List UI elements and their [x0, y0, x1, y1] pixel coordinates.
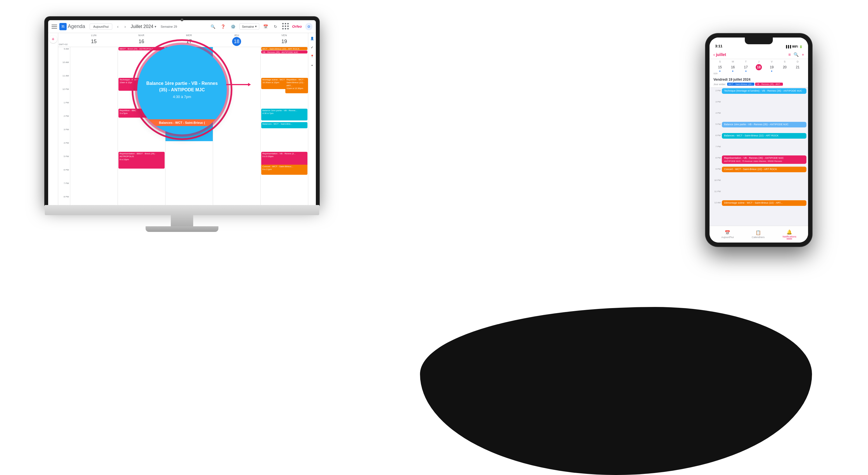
ios-wday-15[interactable]: 15 — [713, 64, 726, 72]
ios-row-11pm: 11 PM — [710, 188, 808, 200]
ios-event-representation-vb[interactable]: Représentation - VB - Rennes (35) - ANTI… — [722, 155, 806, 164]
search-icon[interactable]: 🔍 — [209, 23, 217, 31]
tab-today-label: Aujourd'hui — [721, 236, 734, 239]
ios-events-5pm: Balance 1ère partie - VB - Rennes (35) -… — [722, 121, 808, 128]
add-right-icon[interactable]: + — [309, 62, 315, 68]
tab-active-underline — [786, 239, 792, 239]
location-icon[interactable]: 📍 — [309, 53, 315, 59]
ios-wday-21[interactable]: 21 — [791, 64, 804, 72]
iphone-device: 3:11 ▐▐▐ WiFi 🔋 ‹ juillet — [706, 34, 812, 246]
ios-events-6pm: Balances - WCT - Saint-Brieuc (22) - ART… — [722, 132, 808, 139]
orfeo-label: Orfeo — [292, 24, 302, 29]
prev-button[interactable]: ‹ — [115, 23, 121, 30]
today-button[interactable]: Aujourd'hui — [90, 24, 112, 30]
ios-row-3pm: 3 PM — [710, 99, 808, 110]
week-label: Semaine 29 — [161, 25, 177, 28]
user-avatar[interactable]: O — [305, 23, 312, 30]
ios-list-icon[interactable]: ≡ — [788, 52, 791, 57]
event-vb-allday[interactable]: VB - Rennes (35) - ANTIPODE MJC (Confirm… — [261, 51, 307, 54]
next-button[interactable]: › — [122, 23, 128, 30]
event-representation-vb[interactable]: Représentation - VB - Renne (3...9 à 9:3… — [261, 152, 307, 166]
app-grid-icon[interactable] — [282, 22, 290, 31]
ios-mini-event-vb[interactable]: VB - Rennes (35) - ANT... — [755, 83, 783, 86]
ios-events-12am: Démontage scène - WCT - Saint-Brieuc (22… — [722, 200, 808, 206]
balloon-arrow — [226, 84, 249, 85]
ios-wday-16[interactable]: 16 — [726, 64, 739, 72]
event-balloon[interactable]: Balance 1ère partie - VB - Rennes (35) -… — [137, 45, 227, 135]
help-icon[interactable]: ❓ — [219, 23, 227, 31]
tab-notifications[interactable]: 🔔 Notifications — [783, 229, 796, 239]
ios-mini-event-wct[interactable]: WCT - Saint-Brieuc (22... — [727, 83, 754, 86]
ios-event-balance-vb[interactable]: Balance 1ère partie - VB - Rennes (35) -… — [722, 122, 806, 127]
ios-label-2pm: 2 PM — [710, 88, 722, 92]
time-8am: 9 AM — [58, 47, 70, 60]
refresh-icon[interactable]: ↻ — [272, 23, 279, 31]
ios-row-10pm: 10 PM — [710, 177, 808, 188]
ios-wday-17[interactable]: 17 — [740, 64, 752, 72]
event-wct-allday[interactable]: WCT - Saint-Brieuc (22) : ART ROCK (Opti… — [261, 47, 307, 50]
ios-wday-20[interactable]: 20 — [778, 64, 791, 72]
time-6pm: 7 PM — [58, 181, 70, 195]
imac-chin — [45, 205, 319, 215]
tab-notif-icon: 🔔 — [786, 229, 792, 235]
gcal-header: 31 Agenda Aujourd'hui ‹ › Juillet 2024 — [48, 20, 316, 33]
balloon-time: 4:30 à 7pm — [173, 95, 191, 99]
ios-label-7pm: 7 PM — [710, 144, 722, 148]
gcal-right-panel: 👤 ✓ 📍 + — [308, 33, 316, 205]
ios-schedule: 2 PM Technique (Montage et lumière) - VB… — [710, 88, 808, 226]
time-9am: 10 AM — [58, 60, 70, 74]
ios-events-8pm: Représentation - VB - Rennes (35) - ANTI… — [722, 155, 808, 165]
day-col-18[interactable]: JEU 18 — [213, 33, 260, 47]
wdh-m: M — [726, 60, 739, 63]
view-select[interactable]: Semaine ▾ — [239, 23, 259, 30]
col-fri: WCT - Saint-Brieuc (22) : ART ROCK (Opti… — [260, 47, 308, 205]
ios-label-4pm: 4 PM — [710, 110, 722, 114]
time-7pm: 8 PM — [58, 195, 70, 205]
ios-event-concert-wct[interactable]: Concert - WCT - Saint-Brieuc (22) - ART … — [722, 167, 806, 172]
ios-row-6pm: 6 PM Balances - WCT - Saint-Brieuc (22) … — [710, 132, 808, 144]
ios-status-icons: ▐▐▐ WiFi 🔋 — [785, 45, 803, 48]
ios-wday-18[interactable]: 18 — [752, 64, 765, 72]
month-label: Juillet 2024 ▾ — [131, 24, 156, 29]
ios-wday-19[interactable]: 19 — [765, 64, 778, 72]
imac-screen: 31 Agenda Aujourd'hui ‹ › Juillet 2024 — [48, 20, 316, 205]
time-2pm: 3 PM — [58, 128, 70, 141]
event-concert-wct[interactable]: Concert - WCT - Saint-Brieuc...9 à 11pm — [261, 165, 307, 175]
gcal-logo: 31 Agenda — [59, 23, 85, 30]
add-event-button[interactable]: + — [49, 35, 57, 43]
settings-icon[interactable]: ⚙️ — [229, 23, 237, 31]
ios-tab-bar: 📅 Aujourd'hui 📋 Calendriers 🔔 Notificati… — [710, 226, 808, 242]
event-repetition-wct[interactable]: Répétition - WCT - Saint-Brieuc (22) - A… — [285, 78, 308, 93]
blob-background — [420, 307, 812, 475]
ios-add-icon[interactable]: + — [802, 52, 804, 57]
ios-event-demontage[interactable]: Démontage scène - WCT - Saint-Brieuc (22… — [722, 200, 806, 206]
ios-week-days: 15 16 17 18 — [713, 64, 804, 72]
ios-row-2pm: 2 PM Technique (Montage et lumière) - VB… — [710, 88, 808, 99]
ios-events-10pm — [722, 177, 808, 178]
ios-event-balances-wct[interactable]: Balances - WCT - Saint-Brieuc (22) - ART… — [722, 133, 806, 139]
tab-aujourdhui[interactable]: 📅 Aujourd'hui — [721, 230, 734, 239]
time-3pm: 4 PM — [58, 141, 70, 155]
balloon-bottom-event: Balances - WCT - Saint-Brieuc ( — [137, 119, 227, 126]
wdh-s2: S — [778, 60, 791, 63]
ios-chevron-icon[interactable]: ‹ — [713, 52, 715, 57]
menu-icon[interactable] — [52, 25, 57, 29]
wdh-t: T — [740, 60, 752, 63]
tab-notif-label: Notifications — [783, 235, 796, 238]
tab-cal-icon: 📋 — [755, 230, 761, 235]
contact-icon[interactable]: 👤 — [309, 35, 315, 41]
ios-search-icon[interactable]: 🔍 — [794, 52, 799, 57]
event-representation-bbgt[interactable]: Représentation - BBGT - Brest (29) - AST… — [118, 152, 165, 169]
gmt-label: GMT+02 — [58, 33, 70, 47]
calendar-icon[interactable]: 📅 — [261, 23, 269, 31]
wdh-d: D — [791, 60, 804, 63]
check-icon[interactable]: ✓ — [309, 44, 315, 51]
event-balance-vb[interactable]: Balance 1ère partie - VB - Renne...4:30 … — [261, 109, 307, 120]
ios-event-technique[interactable]: Technique (Montage et lumière) - VB - Re… — [722, 88, 806, 94]
ios-events-9pm: Concert - WCT - Saint-Brieuc (22) - ART … — [722, 166, 808, 173]
ios-row-8pm: 8 PM Représentation - VB - Rennes (35) -… — [710, 155, 808, 166]
tab-calendriers[interactable]: 📋 Calendriers — [752, 230, 765, 239]
event-balances-wct[interactable]: Balances - WCT - Saint-Brie... — [261, 122, 307, 128]
imac-device: 31 Agenda Aujourd'hui ‹ › Juillet 2024 — [45, 17, 319, 232]
ios-row-4pm: 4 PM — [710, 110, 808, 121]
